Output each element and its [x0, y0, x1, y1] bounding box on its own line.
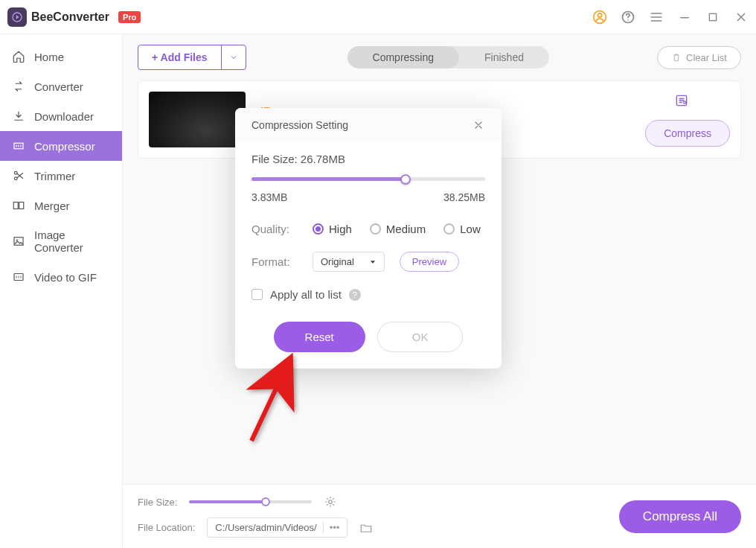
app-logo: BeeConverter Pro [7, 7, 141, 27]
svg-rect-10 [19, 203, 24, 209]
sidebar-item-home[interactable]: Home [0, 42, 122, 71]
bottom-bar: File Size: File Location: C:/Users/admin… [123, 484, 756, 548]
reset-button[interactable]: Reset [274, 322, 365, 352]
tab-finished[interactable]: Finished [459, 46, 549, 68]
apply-all-checkbox[interactable] [252, 289, 263, 300]
close-icon[interactable] [734, 10, 749, 25]
quality-radio-group: High Medium Low [313, 223, 481, 235]
location-more-icon[interactable]: ••• [323, 522, 340, 533]
file-size-label: File Size: [138, 497, 177, 508]
add-files-label[interactable]: + Add Files [138, 45, 221, 69]
logo-icon [7, 7, 27, 27]
modal-close-icon[interactable] [472, 118, 485, 132]
svg-rect-11 [14, 238, 23, 246]
file-settings-icon[interactable] [674, 93, 689, 108]
sidebar: Home Converter Downloader Compressor Tri… [0, 34, 123, 548]
svg-rect-5 [709, 13, 716, 20]
quality-high-radio[interactable]: High [313, 223, 352, 235]
clear-list-label: Clear List [686, 52, 727, 63]
open-folder-icon[interactable] [359, 521, 373, 535]
sidebar-item-trimmer[interactable]: Trimmer [0, 161, 122, 191]
global-size-slider[interactable] [189, 500, 312, 503]
help-icon[interactable] [621, 10, 635, 25]
sidebar-label: Trimmer [34, 170, 75, 182]
slider-max: 38.25MB [443, 191, 485, 203]
download-icon [12, 109, 25, 123]
location-value: C:/Users/admin/Videos/ [215, 522, 316, 533]
gear-icon[interactable] [324, 495, 337, 509]
add-files-dropdown[interactable] [221, 45, 246, 69]
modal-title: Compression Setting [252, 119, 348, 131]
format-select[interactable]: Original [313, 252, 385, 272]
svg-point-4 [627, 19, 629, 20]
sidebar-item-downloader[interactable]: Downloader [0, 101, 122, 131]
quality-medium-radio[interactable]: Medium [370, 223, 426, 235]
svg-point-2 [598, 13, 601, 16]
maximize-icon[interactable] [705, 10, 720, 25]
chevron-down-icon [369, 258, 377, 266]
compressor-icon [12, 139, 25, 153]
image-icon [12, 235, 25, 248]
sidebar-label: Downloader [34, 110, 94, 123]
home-icon [12, 50, 25, 63]
sidebar-label: Image Converter [34, 229, 110, 254]
video-thumbnail [149, 92, 246, 147]
quality-label: Quality: [252, 223, 298, 235]
minimize-icon[interactable] [677, 10, 692, 25]
file-location-field[interactable]: C:/Users/admin/Videos/ ••• [207, 517, 347, 538]
modal-file-size: File Size: 26.78MB [252, 153, 485, 165]
ok-button[interactable]: OK [377, 322, 464, 352]
titlebar: BeeConverter Pro [0, 0, 756, 34]
sidebar-label: Converter [34, 80, 83, 93]
apply-all-help-icon[interactable]: ? [349, 289, 361, 301]
sidebar-item-merger[interactable]: Merger [0, 191, 122, 220]
sidebar-label: Merger [34, 200, 70, 212]
compress-all-button[interactable]: Compress All [619, 500, 741, 533]
quality-low-radio[interactable]: Low [443, 223, 481, 235]
compression-slider[interactable] [252, 177, 485, 181]
sidebar-item-compressor[interactable]: Compressor [0, 131, 122, 161]
merger-icon [12, 199, 25, 212]
add-files-button[interactable]: + Add Files [138, 45, 246, 70]
sidebar-label: Compressor [34, 140, 95, 153]
tab-compressing[interactable]: Compressing [347, 46, 459, 68]
clear-list-button[interactable]: Clear List [657, 46, 741, 69]
format-value: Original [321, 256, 354, 267]
sidebar-label: Video to GIF [34, 271, 97, 284]
sidebar-item-video-to-gif[interactable]: Video to GIF [0, 262, 122, 292]
compress-button[interactable]: Compress [645, 120, 730, 147]
slider-min: 3.83MB [252, 191, 287, 203]
preview-button[interactable]: Preview [400, 252, 459, 272]
app-name: BeeConverter [31, 10, 109, 24]
converter-icon [12, 80, 25, 93]
compression-setting-modal: Compression Setting File Size: 26.78MB 3… [235, 108, 502, 369]
sidebar-item-image-converter[interactable]: Image Converter [0, 220, 122, 262]
apply-all-label: Apply all to list [270, 288, 342, 301]
menu-icon[interactable] [649, 10, 664, 25]
status-tabs: Compressing Finished [347, 46, 549, 68]
sidebar-item-converter[interactable]: Converter [0, 71, 122, 101]
svg-point-18 [329, 500, 333, 504]
titlebar-controls [592, 10, 749, 25]
gif-icon [12, 270, 25, 284]
sidebar-label: Home [34, 51, 64, 63]
pro-badge: Pro [118, 11, 141, 23]
trimmer-icon [12, 169, 25, 182]
trash-icon [671, 52, 682, 63]
svg-point-17 [684, 101, 686, 103]
file-location-label: File Location: [138, 522, 195, 533]
toolbar: + Add Files Compressing Finished Clear L… [123, 34, 756, 80]
format-label: Format: [252, 255, 298, 268]
svg-rect-9 [13, 203, 18, 209]
user-icon[interactable] [592, 10, 607, 25]
